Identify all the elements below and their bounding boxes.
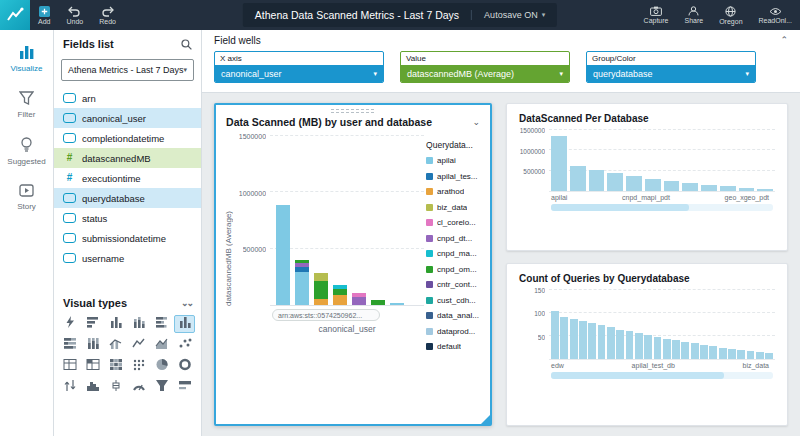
bar[interactable] bbox=[757, 189, 773, 191]
bar[interactable] bbox=[756, 352, 764, 359]
visual-type-vertical-bar-grouped[interactable] bbox=[174, 315, 195, 333]
legend-item[interactable]: dataprod... bbox=[426, 324, 482, 340]
field-item-arn[interactable]: arn bbox=[54, 88, 201, 108]
visual-type-vertical-100-stacked[interactable] bbox=[83, 336, 104, 354]
visual-menu-chevron-icon[interactable]: ⌄ bbox=[473, 117, 481, 127]
field-well-value-dropdown[interactable]: querydatabase▾ bbox=[587, 65, 755, 82]
search-icon[interactable] bbox=[181, 39, 192, 50]
add-button[interactable]: Add bbox=[30, 0, 58, 30]
field-item-completiondatetime[interactable]: completiondatetime bbox=[54, 128, 201, 148]
sidebar-item-visualize[interactable]: Visualize bbox=[0, 36, 53, 82]
visual-type-vertical-stacked-bar[interactable] bbox=[129, 315, 150, 333]
bar[interactable] bbox=[709, 346, 717, 359]
legend-item[interactable]: arathod bbox=[426, 184, 482, 200]
bar[interactable] bbox=[663, 339, 671, 359]
visual-count-of-queries[interactable]: Count of Queries by Querydatabase 501001… bbox=[506, 263, 788, 426]
undo-button[interactable]: Undo bbox=[58, 0, 91, 30]
bar[interactable] bbox=[701, 185, 717, 191]
visual-type-scatter-plot[interactable] bbox=[174, 336, 195, 354]
legend-item[interactable]: cl_corelo... bbox=[426, 215, 482, 231]
visual-type-table[interactable] bbox=[60, 357, 81, 375]
visual-type-box-plot[interactable] bbox=[106, 378, 127, 396]
bar[interactable] bbox=[739, 188, 755, 191]
bar[interactable] bbox=[551, 136, 567, 191]
bar[interactable] bbox=[607, 327, 615, 359]
visual-type-funnel-chart[interactable] bbox=[151, 378, 172, 396]
visual-type-kpi[interactable] bbox=[174, 378, 195, 396]
redo-button[interactable]: Redo bbox=[91, 0, 124, 30]
bar[interactable] bbox=[589, 170, 605, 191]
bar[interactable] bbox=[626, 176, 642, 191]
bar[interactable] bbox=[682, 183, 698, 191]
scrollbar-thumb[interactable] bbox=[551, 204, 689, 211]
resize-handle[interactable] bbox=[480, 414, 491, 425]
legend-item[interactable]: apilal_tes... bbox=[426, 169, 482, 185]
field-item-canonical_user[interactable]: canonical_user bbox=[54, 108, 201, 128]
visual-type-combo-chart[interactable] bbox=[106, 336, 127, 354]
bar[interactable] bbox=[607, 173, 623, 191]
legend-item[interactable]: default bbox=[426, 339, 482, 355]
scrollbar-thumb[interactable] bbox=[551, 372, 724, 379]
visual-type-auto-graph[interactable] bbox=[60, 315, 81, 333]
stacked-bar[interactable] bbox=[390, 303, 404, 305]
bar[interactable] bbox=[654, 337, 662, 359]
collapse-chevrons-icon[interactable]: ⌄⌄ bbox=[181, 298, 192, 308]
stacked-bar[interactable] bbox=[333, 285, 347, 305]
stacked-bar[interactable] bbox=[295, 260, 309, 305]
x-axis-scrollbar[interactable] bbox=[551, 372, 773, 379]
stacked-bar[interactable] bbox=[276, 205, 290, 305]
visual-type-horizontal-100-stacked[interactable] bbox=[60, 336, 81, 354]
visual-type-gauge[interactable] bbox=[129, 378, 150, 396]
share-button[interactable]: Share bbox=[676, 0, 711, 30]
x-axis-scrollbar[interactable]: arn:aws:sts::0574250962... bbox=[270, 306, 424, 321]
legend-item[interactable]: cnpd_dt... bbox=[426, 231, 482, 247]
visual-type-line-chart[interactable] bbox=[129, 336, 150, 354]
bar[interactable] bbox=[588, 323, 596, 359]
sidebar-item-suggested[interactable]: Suggested bbox=[0, 128, 53, 175]
x-axis-scrollbar[interactable] bbox=[551, 204, 773, 211]
bar[interactable] bbox=[765, 353, 773, 359]
field-item-executiontime[interactable]: #executiontime bbox=[54, 168, 201, 188]
field-item-status[interactable]: status bbox=[54, 208, 201, 228]
visual-type-horizontal-bar[interactable] bbox=[83, 315, 104, 333]
visual-type-area-chart[interactable] bbox=[151, 336, 172, 354]
visual-data-scanned-by-user[interactable]: Data Scanned (MB) by user and database ⌄… bbox=[214, 103, 492, 426]
region-button[interactable]: Oregon bbox=[711, 0, 750, 30]
bar[interactable] bbox=[737, 350, 745, 359]
visual-type-donut-chart[interactable] bbox=[174, 357, 195, 375]
bar[interactable] bbox=[644, 335, 652, 359]
visual-type-pivot-table[interactable] bbox=[83, 357, 104, 375]
bar[interactable] bbox=[579, 321, 587, 359]
bar[interactable] bbox=[635, 333, 643, 359]
visual-type-pie-chart[interactable] bbox=[151, 357, 172, 375]
bar[interactable] bbox=[720, 186, 736, 191]
stacked-bar[interactable] bbox=[352, 293, 366, 305]
dataset-dropdown[interactable]: Athena Metrics - Last 7 Days ▾ bbox=[61, 59, 194, 81]
sidebar-item-story[interactable]: Story bbox=[0, 175, 53, 220]
bar[interactable] bbox=[616, 330, 624, 359]
legend-item[interactable]: cust_cdh... bbox=[426, 293, 482, 309]
bar[interactable] bbox=[664, 181, 680, 191]
quicksight-logo[interactable] bbox=[0, 0, 30, 30]
field-well-group-color[interactable]: Group/Colorquerydatabase▾ bbox=[586, 51, 756, 83]
sidebar-item-filter[interactable]: Filter bbox=[0, 82, 53, 128]
autosave-dropdown[interactable]: Autosave ON ▾ bbox=[471, 10, 545, 20]
visual-datascanned-per-database[interactable]: DataScanned Per Database 500000100000015… bbox=[506, 103, 788, 251]
field-item-querydatabase[interactable]: querydatabase bbox=[54, 188, 201, 208]
bar[interactable] bbox=[681, 342, 689, 359]
visual-type-heat-map[interactable] bbox=[106, 357, 127, 375]
field-well-value[interactable]: ValuedatascannedMB (Average)▾ bbox=[400, 51, 570, 83]
stacked-bar[interactable] bbox=[371, 300, 385, 305]
bar[interactable] bbox=[719, 348, 727, 360]
legend-item[interactable]: data_anal... bbox=[426, 308, 482, 324]
visual-type-horizontal-stacked-bar[interactable] bbox=[151, 315, 172, 333]
bar[interactable] bbox=[728, 349, 736, 359]
bar[interactable] bbox=[570, 166, 586, 191]
bar[interactable] bbox=[700, 345, 708, 359]
bar[interactable] bbox=[560, 317, 568, 359]
bar[interactable] bbox=[626, 331, 634, 359]
visual-type-vertical-bar[interactable] bbox=[106, 315, 127, 333]
capture-button[interactable]: Capture bbox=[636, 0, 677, 30]
bar[interactable] bbox=[747, 351, 755, 359]
visual-type-sankey[interactable] bbox=[60, 378, 81, 396]
